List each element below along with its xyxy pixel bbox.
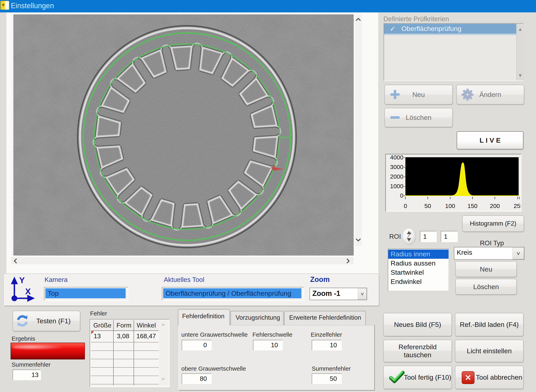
svg-text:0: 0 — [400, 192, 403, 199]
svg-text:50: 50 — [424, 203, 431, 209]
svg-text:100: 100 — [445, 203, 455, 209]
svg-text:4000: 4000 — [390, 154, 403, 161]
svg-text:X: X — [25, 287, 31, 296]
svg-text:3000: 3000 — [390, 164, 403, 170]
svg-text:Y: Y — [19, 277, 25, 285]
svg-text:0: 0 — [404, 203, 407, 209]
svg-text:2000: 2000 — [390, 173, 403, 180]
svg-text:255: 255 — [514, 203, 521, 209]
svg-text:200: 200 — [490, 203, 500, 209]
svg-text:150: 150 — [467, 203, 477, 209]
svg-text:1000: 1000 — [390, 183, 403, 189]
